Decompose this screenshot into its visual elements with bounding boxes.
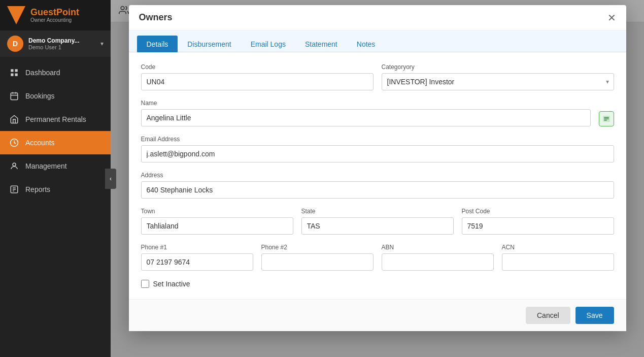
sidebar-nav: Dashboard Bookings Permanent Rentals Acc… (0, 57, 111, 357)
sidebar-item-bookings[interactable]: Bookings (0, 84, 111, 108)
modal-backdrop: Owners ✕ Details Disbursement Email Logs… (111, 0, 644, 357)
svg-rect-3 (15, 74, 18, 76)
logo-subtitle: Owner Accounting (30, 17, 79, 23)
user-company: Demo Company... (28, 37, 95, 44)
sidebar-item-label: Management (25, 162, 67, 170)
user-info: Demo Company... Demo User 1 (28, 37, 95, 50)
inactive-label: Set Inactive (153, 280, 190, 288)
sidebar-item-label: Accounts (25, 139, 55, 147)
sidebar-item-management[interactable]: Management (0, 154, 111, 178)
form-row-email: Email Address (141, 136, 614, 163)
svg-point-9 (13, 163, 16, 166)
svg-rect-1 (15, 69, 18, 72)
postcode-input[interactable] (462, 217, 614, 235)
state-label: State (301, 208, 454, 215)
sidebar-item-reports[interactable]: Reports (0, 178, 111, 201)
user-row[interactable]: D Demo Company... Demo User 1 ▾ (0, 30, 111, 57)
phone2-label: Phone #2 (261, 244, 374, 251)
main-content: Owners ✕ Details Disbursement Email Logs… (111, 0, 644, 357)
reports-icon (9, 184, 19, 194)
phone1-label: Phone #1 (141, 244, 253, 251)
tab-email-logs[interactable]: Email Logs (241, 36, 295, 52)
save-button[interactable]: Save (575, 307, 614, 324)
contact-lookup-button[interactable] (599, 111, 614, 126)
sidebar-item-label: Dashboard (25, 69, 60, 77)
phone1-input[interactable] (141, 253, 253, 271)
logo-name: GuestPoint (30, 8, 79, 18)
modal-header: Owners ✕ (129, 5, 626, 30)
logo-text: GuestPoint Owner Accounting (30, 8, 79, 23)
modal-footer: Cancel Save (129, 299, 626, 331)
modal-title: Owners (139, 12, 173, 23)
address-label: Address (141, 172, 614, 179)
cancel-button[interactable]: Cancel (526, 307, 570, 324)
form-group-code: Code (141, 63, 374, 90)
tab-details[interactable]: Details (137, 36, 178, 52)
tab-notes[interactable]: Notes (347, 36, 385, 52)
code-input[interactable] (141, 73, 374, 90)
form-row-phones-abn-acn: Phone #1 Phone #2 ABN ACN (141, 244, 614, 271)
accounts-icon (9, 138, 19, 148)
modal-tabs: Details Disbursement Email Logs Statemen… (129, 30, 626, 52)
abn-label: ABN (382, 244, 494, 251)
category-select[interactable]: [INVESTOR] Investor [OWNER] Owner [AGENT… (382, 73, 614, 90)
svg-rect-18 (604, 120, 606, 120)
form-row-town-state-post: Town State Post Code (141, 208, 614, 235)
abn-input[interactable] (382, 253, 494, 271)
inactive-checkbox[interactable] (141, 280, 149, 288)
form-group-phone2: Phone #2 (261, 244, 374, 271)
form-group-state: State (301, 208, 454, 235)
form-row-code-category: Code Categoryory [INVESTOR] Investor [OW… (141, 63, 614, 90)
form-group-acn: ACN (502, 244, 614, 271)
sidebar: GuestPoint Owner Accounting D Demo Compa… (0, 0, 111, 357)
inactive-row: Set Inactive (141, 280, 614, 288)
form-group-town: Town (141, 208, 293, 235)
sidebar-collapse-button[interactable]: ‹ (105, 169, 116, 189)
svg-rect-16 (604, 117, 608, 118)
bookings-icon (9, 91, 19, 101)
name-label: Name (141, 100, 591, 107)
avatar: D (7, 36, 23, 52)
category-label: Categoryory (382, 63, 614, 71)
acn-label: ACN (502, 244, 614, 251)
sidebar-item-accounts[interactable]: Accounts (0, 131, 111, 154)
state-input[interactable] (301, 217, 454, 235)
form-group-abn: ABN (382, 244, 494, 271)
svg-rect-4 (11, 93, 18, 100)
permanent-rentals-icon (9, 114, 19, 124)
user-role: Demo User 1 (28, 44, 95, 50)
form-group-address: Address (141, 172, 614, 199)
address-input[interactable] (141, 181, 614, 199)
chevron-down-icon: ▾ (100, 40, 104, 47)
form-row-address: Address (141, 172, 614, 199)
sidebar-item-label: Permanent Rentals (25, 115, 86, 123)
sidebar-header: GuestPoint Owner Accounting (0, 0, 111, 30)
svg-rect-17 (604, 118, 608, 119)
town-label: Town (141, 208, 293, 215)
email-input[interactable] (141, 145, 614, 163)
phone2-input[interactable] (261, 253, 374, 271)
modal-body: Code Categoryory [INVESTOR] Investor [OW… (129, 52, 626, 299)
code-label: Code (141, 63, 374, 71)
form-group-name: Name (141, 100, 591, 126)
close-icon[interactable]: ✕ (607, 13, 616, 23)
tab-disbursement[interactable]: Disbursement (178, 36, 241, 52)
svg-rect-2 (11, 74, 13, 76)
form-group-category: Categoryory [INVESTOR] Investor [OWNER] … (382, 63, 614, 90)
sidebar-item-dashboard[interactable]: Dashboard (0, 61, 111, 84)
management-icon (9, 161, 19, 171)
tab-statement[interactable]: Statement (295, 36, 347, 52)
sidebar-item-permanent-rentals[interactable]: Permanent Rentals (0, 108, 111, 131)
form-row-name: Name (141, 100, 614, 126)
acn-input[interactable] (502, 253, 614, 271)
email-label: Email Address (141, 136, 614, 143)
form-group-email: Email Address (141, 136, 614, 163)
owners-modal: Owners ✕ Details Disbursement Email Logs… (129, 5, 626, 331)
category-select-wrap: [INVESTOR] Investor [OWNER] Owner [AGENT… (382, 73, 614, 90)
form-group-phone1: Phone #1 (141, 244, 253, 271)
postcode-label: Post Code (462, 208, 614, 215)
town-input[interactable] (141, 217, 293, 235)
sidebar-item-label: Reports (25, 185, 50, 193)
name-input[interactable] (141, 109, 591, 126)
form-group-postcode: Post Code (462, 208, 614, 235)
